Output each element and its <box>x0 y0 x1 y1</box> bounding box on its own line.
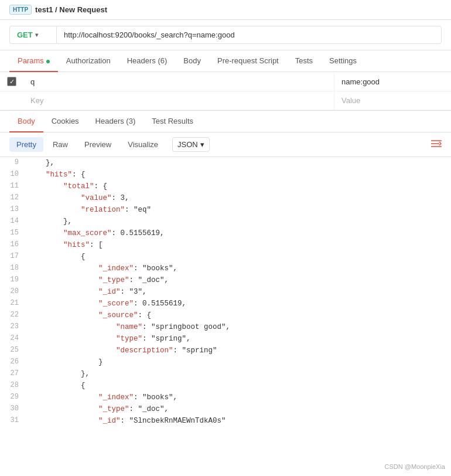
line-number: 17 <box>0 251 23 262</box>
request-tabs: Params Authorization Headers (6) Body Pr… <box>0 50 451 72</box>
line-content: "_score": 0.5155619, <box>23 298 451 310</box>
line-number: 21 <box>0 298 23 309</box>
breadcrumb-project: test1 <box>35 5 53 14</box>
json-line: 17 { <box>0 251 451 263</box>
tab-headers[interactable]: Headers (6) <box>119 50 176 72</box>
params-table: ✓ q name:good Key Value <box>0 72 451 111</box>
fmt-visualize[interactable]: Visualize <box>121 137 165 152</box>
tab-res-body[interactable]: Body <box>9 111 43 132</box>
line-content: "name": "springboot good", <box>23 321 451 333</box>
line-number: 25 <box>0 345 23 356</box>
param-checkbox-placeholder <box>0 96 23 106</box>
line-content: "_type": "_doc", <box>23 274 451 286</box>
url-input[interactable] <box>56 26 442 44</box>
json-line: 14 }, <box>0 216 451 227</box>
line-content: "value": 3, <box>23 192 451 204</box>
line-content: "hits": { <box>23 169 451 181</box>
checkbox-checked[interactable]: ✓ <box>7 77 16 86</box>
fmt-preview[interactable]: Preview <box>77 137 118 152</box>
json-line: 11 "total": { <box>0 181 451 192</box>
line-content: "total": { <box>23 181 451 192</box>
line-content: }, <box>23 216 451 227</box>
http-icon: HTTP <box>9 5 32 15</box>
line-content: "_index": "books", <box>23 263 451 274</box>
line-number: 28 <box>0 380 23 391</box>
line-content: }, <box>23 157 451 169</box>
line-number: 16 <box>0 239 23 250</box>
json-line: 9 }, <box>0 157 451 169</box>
line-number: 30 <box>0 403 23 414</box>
line-content: { <box>23 251 451 263</box>
line-number: 14 <box>0 216 23 227</box>
line-number: 24 <box>0 333 23 344</box>
json-line: 12 "value": 3, <box>0 192 451 204</box>
tab-pre-request[interactable]: Pre-request Script <box>209 50 287 72</box>
line-content: } <box>23 356 451 368</box>
fmt-raw[interactable]: Raw <box>46 137 75 152</box>
header: HTTP test1 / New Request <box>0 0 451 20</box>
tab-body[interactable]: Body <box>175 50 209 72</box>
tab-settings[interactable]: Settings <box>321 50 365 72</box>
line-number: 26 <box>0 356 23 368</box>
param-value-placeholder[interactable]: Value <box>334 91 451 110</box>
breadcrumb: test1 / New Request <box>35 5 107 14</box>
format-bar: Pretty Raw Preview Visualize JSON ▾ <box>0 132 451 157</box>
wrap-icon[interactable] <box>431 140 442 150</box>
json-line: 19 "_type": "_doc", <box>0 274 451 286</box>
line-number: 10 <box>0 169 23 180</box>
param-row-1: ✓ q name:good <box>0 72 451 91</box>
method-label: GET <box>17 30 33 39</box>
breadcrumb-title: New Request <box>59 5 107 14</box>
line-content: "relation": "eq" <box>23 204 451 216</box>
line-number: 9 <box>0 157 23 168</box>
param-key-1[interactable]: q <box>23 73 334 91</box>
json-line: 31 "_id": "SlncbekRnMAEWnTdkA0s" <box>0 415 451 427</box>
json-line: 26 } <box>0 356 451 368</box>
line-number: 11 <box>0 181 23 192</box>
line-number: 13 <box>0 204 23 215</box>
format-select-value: JSON <box>177 140 198 149</box>
line-content: { <box>23 380 451 392</box>
line-content: "_index": "books", <box>23 392 451 403</box>
line-number: 22 <box>0 310 23 321</box>
chevron-down-icon: ▾ <box>35 32 38 38</box>
tab-tests[interactable]: Tests <box>287 50 321 72</box>
json-line: 21 "_score": 0.5155619, <box>0 298 451 310</box>
line-number: 20 <box>0 286 23 297</box>
line-content: "hits": [ <box>23 239 451 251</box>
fmt-pretty[interactable]: Pretty <box>9 137 43 152</box>
json-line: 27 }, <box>0 368 451 380</box>
line-content: "_id": "SlncbekRnMAEWnTdkA0s" <box>23 415 451 427</box>
line-number: 12 <box>0 192 23 203</box>
line-number: 18 <box>0 263 23 274</box>
param-key-placeholder[interactable]: Key <box>23 91 334 110</box>
json-line: 22 "_source": { <box>0 310 451 321</box>
line-content: }, <box>23 368 451 380</box>
param-checkbox-1[interactable]: ✓ <box>0 72 23 91</box>
line-number: 29 <box>0 392 23 403</box>
line-content: "_id": "3", <box>23 286 451 298</box>
format-select[interactable]: JSON ▾ <box>172 137 210 152</box>
line-number: 31 <box>0 415 23 426</box>
line-content: "_source": { <box>23 310 451 321</box>
line-number: 15 <box>0 227 23 239</box>
json-line: 30 "_type": "_doc", <box>0 403 451 415</box>
tab-cookies[interactable]: Cookies <box>43 111 87 132</box>
line-content: "type": "spring", <box>23 333 451 345</box>
json-line: 25 "description": "spring" <box>0 345 451 356</box>
param-row-placeholder: Key Value <box>0 91 451 110</box>
tab-res-headers[interactable]: Headers (3) <box>87 111 144 132</box>
line-content: "description": "spring" <box>23 345 451 356</box>
url-bar: GET ▾ <box>0 20 451 50</box>
method-selector[interactable]: GET ▾ <box>9 26 56 44</box>
tab-test-results[interactable]: Test Results <box>144 111 201 132</box>
param-value-1[interactable]: name:good <box>334 73 451 91</box>
line-content: "max_score": 0.5155619, <box>23 227 451 239</box>
tab-authorization[interactable]: Authorization <box>58 50 119 72</box>
json-line: 15 "max_score": 0.5155619, <box>0 227 451 239</box>
response-tabs: Body Cookies Headers (3) Test Results <box>0 111 451 132</box>
json-content: 9 },10 "hits": {11 "total": {12 "value":… <box>0 157 451 427</box>
tab-params[interactable]: Params <box>9 50 58 72</box>
line-number: 27 <box>0 368 23 379</box>
json-line: 10 "hits": { <box>0 169 451 181</box>
